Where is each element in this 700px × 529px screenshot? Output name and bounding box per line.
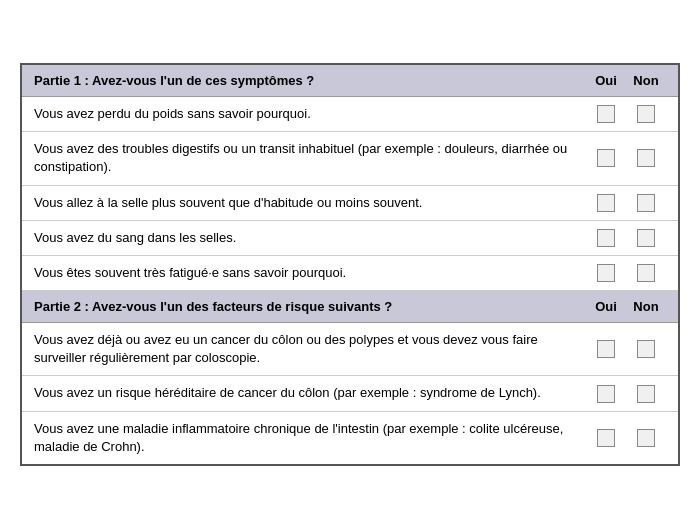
question-text-q8: Vous avez une maladie inflammatoire chro…	[34, 420, 586, 456]
non-cell-q4	[628, 229, 664, 247]
checkboxes-q3	[586, 194, 666, 212]
section-header-partie2: Partie 2 : Avez-vous l'un des facteurs d…	[22, 291, 678, 323]
question-row-q7: Vous avez un risque héréditaire de cance…	[22, 376, 678, 411]
oui-cell-q1	[588, 105, 624, 123]
checkboxes-q1	[586, 105, 666, 123]
oui-cell-q4	[588, 229, 624, 247]
oui-cell-q2	[588, 149, 624, 167]
section-title-partie1: Partie 1 : Avez-vous l'un de ces symptôm…	[34, 73, 586, 88]
question-text-q4: Vous avez du sang dans les selles.	[34, 229, 586, 247]
oui-cell-q5	[588, 264, 624, 282]
oui-label-partie2: Oui	[588, 299, 624, 314]
non-label-partie1: Non	[628, 73, 664, 88]
non-label-partie2: Non	[628, 299, 664, 314]
section-title-partie2: Partie 2 : Avez-vous l'un des facteurs d…	[34, 299, 586, 314]
oui-checkbox-q2[interactable]	[597, 149, 615, 167]
oui-checkbox-q8[interactable]	[597, 429, 615, 447]
question-row-q2: Vous avez des troubles digestifs ou un t…	[22, 132, 678, 185]
question-row-q3: Vous allez à la selle plus souvent que d…	[22, 186, 678, 221]
checkboxes-q4	[586, 229, 666, 247]
oui-checkbox-q6[interactable]	[597, 340, 615, 358]
non-checkbox-q1[interactable]	[637, 105, 655, 123]
oui-cell-q8	[588, 429, 624, 447]
question-text-q1: Vous avez perdu du poids sans savoir pou…	[34, 105, 586, 123]
header-labels-partie2: OuiNon	[586, 299, 666, 314]
non-cell-q1	[628, 105, 664, 123]
oui-checkbox-q3[interactable]	[597, 194, 615, 212]
non-cell-q3	[628, 194, 664, 212]
oui-checkbox-q7[interactable]	[597, 385, 615, 403]
non-cell-q6	[628, 340, 664, 358]
question-text-q2: Vous avez des troubles digestifs ou un t…	[34, 140, 586, 176]
oui-checkbox-q1[interactable]	[597, 105, 615, 123]
question-row-q8: Vous avez une maladie inflammatoire chro…	[22, 412, 678, 464]
section-header-partie1: Partie 1 : Avez-vous l'un de ces symptôm…	[22, 65, 678, 97]
oui-label-partie1: Oui	[588, 73, 624, 88]
non-checkbox-q5[interactable]	[637, 264, 655, 282]
non-checkbox-q8[interactable]	[637, 429, 655, 447]
question-text-q3: Vous allez à la selle plus souvent que d…	[34, 194, 586, 212]
non-checkbox-q2[interactable]	[637, 149, 655, 167]
non-checkbox-q3[interactable]	[637, 194, 655, 212]
questionnaire: Partie 1 : Avez-vous l'un de ces symptôm…	[20, 63, 680, 466]
checkboxes-q5	[586, 264, 666, 282]
question-row-q4: Vous avez du sang dans les selles.	[22, 221, 678, 256]
question-text-q7: Vous avez un risque héréditaire de cance…	[34, 384, 586, 402]
non-cell-q8	[628, 429, 664, 447]
header-labels-partie1: OuiNon	[586, 73, 666, 88]
question-row-q6: Vous avez déjà ou avez eu un cancer du c…	[22, 323, 678, 376]
non-cell-q7	[628, 385, 664, 403]
non-checkbox-q4[interactable]	[637, 229, 655, 247]
oui-cell-q7	[588, 385, 624, 403]
question-row-q5: Vous êtes souvent très fatigué·e sans sa…	[22, 256, 678, 291]
non-cell-q2	[628, 149, 664, 167]
oui-checkbox-q4[interactable]	[597, 229, 615, 247]
non-checkbox-q7[interactable]	[637, 385, 655, 403]
question-row-q1: Vous avez perdu du poids sans savoir pou…	[22, 97, 678, 132]
non-checkbox-q6[interactable]	[637, 340, 655, 358]
question-text-q6: Vous avez déjà ou avez eu un cancer du c…	[34, 331, 586, 367]
checkboxes-q8	[586, 429, 666, 447]
checkboxes-q2	[586, 149, 666, 167]
oui-checkbox-q5[interactable]	[597, 264, 615, 282]
oui-cell-q6	[588, 340, 624, 358]
checkboxes-q6	[586, 340, 666, 358]
checkboxes-q7	[586, 385, 666, 403]
oui-cell-q3	[588, 194, 624, 212]
question-text-q5: Vous êtes souvent très fatigué·e sans sa…	[34, 264, 586, 282]
non-cell-q5	[628, 264, 664, 282]
